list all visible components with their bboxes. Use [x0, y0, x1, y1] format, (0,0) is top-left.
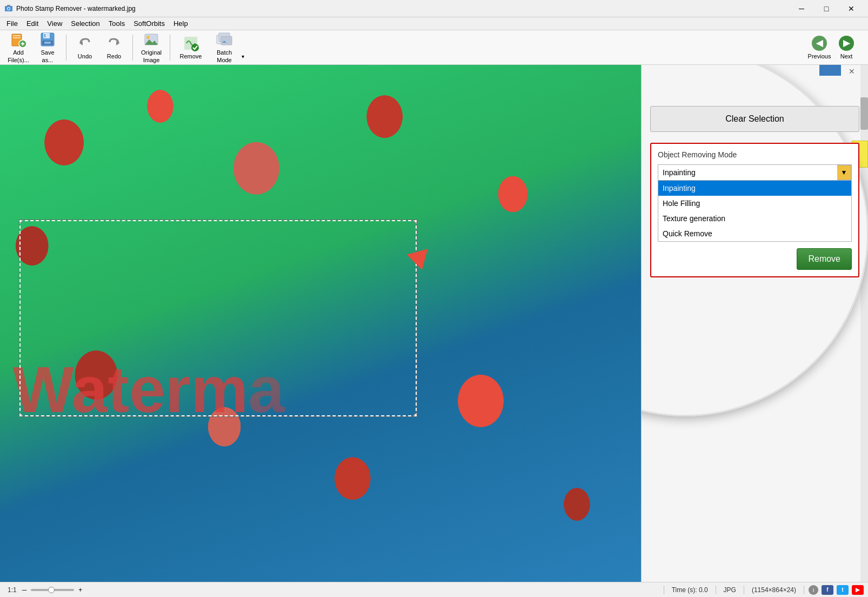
original-image-label: OriginalImage — [141, 49, 162, 63]
youtube-icon[interactable]: ▶ — [852, 585, 864, 595]
toolbar-sep-3 — [170, 35, 170, 61]
undo-label: Undo — [78, 53, 92, 60]
canvas-area[interactable]: Waterma — [0, 65, 641, 582]
previous-icon: ◀ — [812, 36, 827, 51]
menu-bar: File Edit View Selection Tools SoftOrbit… — [0, 17, 868, 30]
zoom-level: 1:1 — [4, 585, 20, 595]
facebook-icon[interactable]: f — [822, 585, 833, 595]
panel-close-button[interactable]: ✕ — [849, 67, 858, 77]
original-image-icon — [143, 31, 160, 48]
svg-rect-9 — [22, 42, 23, 45]
toolbar: AddFile(s)... Saveas... — [0, 30, 868, 65]
previous-button[interactable]: ◀ Previous — [806, 32, 832, 63]
dropdown-list: Inpainting Hole Filling Texture generati… — [658, 180, 852, 242]
status-sep-1 — [664, 586, 664, 594]
redo-label: Redo — [107, 53, 121, 60]
menu-tools[interactable]: Tools — [104, 18, 129, 29]
app-icon — [4, 4, 13, 13]
info-icon[interactable]: i — [809, 585, 818, 595]
menu-edit[interactable]: Edit — [22, 18, 43, 29]
menu-selection[interactable]: Selection — [66, 18, 104, 29]
object-removing-mode-title: Object Removing Mode — [658, 150, 852, 159]
remove-label: Remove — [180, 53, 202, 60]
selection-corner-br — [414, 414, 417, 417]
dropdown-arrow-button[interactable]: ▼ — [837, 165, 851, 180]
dropdown-option-hole-filling[interactable]: Hole Filling — [658, 196, 851, 211]
next-icon: ▶ — [839, 36, 854, 51]
redo-icon — [105, 35, 123, 52]
svg-rect-6 — [13, 37, 21, 38]
menu-view[interactable]: View — [43, 18, 66, 29]
menu-help[interactable]: Help — [169, 18, 192, 29]
batch-mode-dropdown-arrow[interactable]: ▾ — [242, 32, 249, 63]
dropdown-option-texture-generation[interactable]: Texture generation — [658, 211, 851, 226]
add-files-icon — [10, 31, 27, 48]
batch-mode-label: BatchMode — [217, 49, 232, 63]
zoom-slider-area[interactable] — [31, 589, 74, 591]
batch-mode-button[interactable]: BatchMode — [208, 32, 241, 63]
dropdown-container: Inpainting ▼ Inpainting Hole Filling Tex… — [658, 164, 852, 242]
toolbar-edit-group: Undo Redo — [71, 32, 128, 63]
undo-icon — [76, 35, 94, 52]
dropdown-option-quick-remove[interactable]: Quick Remove — [658, 226, 851, 241]
dropdown-option-inpainting[interactable]: Inpainting — [658, 181, 851, 196]
menu-softorbits[interactable]: SoftOrbits — [129, 18, 169, 29]
save-as-button[interactable]: Saveas... — [34, 32, 62, 63]
svg-rect-14 — [44, 42, 51, 44]
right-panel: ✕ Clear Selection Object Removing Mode I… — [641, 65, 868, 582]
zoom-thumb[interactable] — [48, 587, 55, 593]
object-removing-mode-section: Object Removing Mode Inpainting ▼ Inpain… — [650, 143, 859, 277]
zoom-track — [31, 589, 74, 591]
batch-mode-icon — [216, 31, 233, 48]
panel-content: Clear Selection Object Removing Mode Inp… — [642, 65, 868, 286]
status-bar: 1:1 ─ + Time (s): 0.0 JPG (1154×864×24) … — [0, 582, 868, 597]
status-sep-2 — [716, 586, 716, 594]
selection-corner-tl — [19, 220, 22, 223]
save-as-label: Saveas... — [41, 49, 54, 63]
status-sep-4 — [804, 586, 804, 594]
clear-selection-button[interactable]: Clear Selection — [650, 106, 859, 132]
svg-rect-5 — [13, 35, 21, 36]
window-title: Photo Stamp Remover - watermarked.jpg — [16, 5, 789, 12]
toolbar-sep-2 — [132, 35, 133, 61]
svg-rect-1 — [7, 5, 10, 6]
format-display: JPG — [720, 585, 739, 595]
menu-file[interactable]: File — [2, 18, 22, 29]
zoom-icon-plus: + — [78, 586, 82, 594]
nav-area: ◀ Previous ▶ Next — [806, 32, 859, 63]
selection-corner-bl — [19, 414, 22, 417]
maximize-button[interactable]: □ — [814, 0, 839, 17]
twitter-icon[interactable]: t — [837, 585, 849, 595]
selection-corner-tr — [414, 220, 417, 223]
minimize-button[interactable]: ─ — [789, 0, 814, 17]
toolbar-file-group: AddFile(s)... Saveas... — [4, 32, 62, 63]
redo-button[interactable]: Redo — [100, 32, 128, 63]
svg-point-18 — [146, 36, 150, 39]
next-button[interactable]: ▶ Next — [833, 32, 859, 63]
svg-point-3 — [8, 8, 10, 10]
image-background: Waterma — [0, 65, 641, 582]
add-files-button[interactable]: AddFile(s)... — [4, 32, 32, 63]
undo-button[interactable]: Undo — [71, 32, 99, 63]
selection-box[interactable] — [19, 220, 417, 416]
dropdown-selected[interactable]: Inpainting ▼ — [658, 164, 852, 181]
main-area: Waterma ✕ Cle — [0, 65, 868, 582]
panel-top-indicator — [819, 65, 841, 76]
previous-label: Previous — [808, 53, 831, 59]
close-button[interactable]: ✕ — [839, 0, 864, 17]
remove-icon — [182, 35, 199, 52]
time-display: Time (s): 0.0 — [669, 585, 711, 595]
svg-rect-12 — [44, 34, 45, 37]
status-icons: i f t ▶ — [809, 585, 864, 595]
original-image-button[interactable]: OriginalImage — [137, 32, 165, 63]
dimensions-display: (1154×864×24) — [749, 585, 799, 595]
remove-action-button[interactable]: Remove — [797, 248, 852, 270]
svg-rect-11 — [43, 33, 50, 38]
zoom-display: 1:1 ─ — [4, 585, 26, 595]
save-as-icon — [39, 31, 56, 48]
remove-button[interactable]: Remove — [175, 32, 207, 63]
toolbar-view-group: OriginalImage — [137, 32, 165, 63]
window-controls: ─ □ ✕ — [789, 0, 864, 17]
title-bar: Photo Stamp Remover - watermarked.jpg ─ … — [0, 0, 868, 17]
svg-point-21 — [191, 44, 199, 51]
